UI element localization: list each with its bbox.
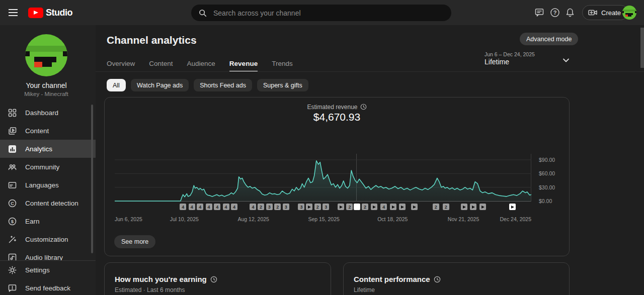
tab-revenue[interactable]: Revenue: [229, 55, 258, 72]
earning-card: How much you're earning Estimated · Last…: [104, 262, 331, 295]
x-tick-label: Nov 21, 2025: [448, 216, 479, 222]
sidebar-item-dashboard[interactable]: Dashboard: [0, 104, 96, 122]
sidebar-scrollbar[interactable]: [91, 105, 93, 253]
sidebar-item-customization[interactable]: Customization: [0, 230, 96, 248]
video-marker[interactable]: 4: [206, 204, 212, 210]
revenue-line-chart[interactable]: [115, 154, 531, 202]
account-avatar[interactable]: [622, 6, 636, 20]
video-marker[interactable]: 4: [180, 204, 186, 210]
search-input[interactable]: [213, 9, 425, 17]
analytics-icon: [8, 144, 17, 154]
tab-content[interactable]: Content: [149, 55, 173, 72]
channel-name: Your channel: [0, 81, 93, 89]
content-performance-title: Content performance: [354, 275, 441, 284]
y-tick-label: $0.00: [539, 198, 552, 204]
sidebar-item-content-detection[interactable]: C Content detection: [0, 194, 96, 212]
video-marker[interactable]: 3: [323, 204, 329, 210]
video-marker[interactable]: [411, 204, 418, 210]
video-marker[interactable]: [461, 204, 467, 210]
sidebar-item-content[interactable]: Content: [0, 122, 96, 140]
feedback-chat-icon[interactable]: [534, 7, 545, 18]
sidebar-item-label: Audio library: [25, 254, 63, 261]
video-marker[interactable]: [338, 204, 344, 210]
video-marker[interactable]: 4: [189, 204, 195, 210]
chip-shorts-feed-ads[interactable]: Shorts Feed ads: [194, 79, 252, 91]
video-marker[interactable]: [306, 204, 312, 210]
minecraft-avatar-face: [25, 34, 67, 76]
sidebar-item-send-feedback[interactable]: Send feedback: [0, 279, 96, 295]
video-marker[interactable]: 4: [250, 204, 256, 210]
sidebar-item-earn[interactable]: $ Earn: [0, 212, 96, 230]
video-marker[interactable]: 2: [443, 204, 449, 210]
sidebar-item-analytics[interactable]: Analytics: [0, 140, 96, 158]
date-mode-text: Lifetime: [485, 58, 509, 66]
video-marker[interactable]: 2: [258, 204, 264, 210]
content-detection-icon: C: [8, 199, 17, 208]
video-marker[interactable]: 2: [274, 204, 281, 210]
page-scrollbar[interactable]: [640, 28, 644, 68]
notifications-bell-icon[interactable]: [565, 7, 576, 18]
youtube-play-icon: [28, 8, 43, 18]
sidebar-item-settings[interactable]: Settings: [0, 261, 96, 279]
advanced-mode-button[interactable]: Advanced mode: [520, 33, 578, 45]
x-tick-label: Sep 15, 2025: [308, 216, 339, 222]
video-marker[interactable]: [390, 204, 396, 210]
content-performance-subtitle: Lifetime: [354, 286, 375, 293]
sidebar-item-languages[interactable]: Languages: [0, 176, 96, 194]
search-bar[interactable]: [191, 5, 451, 21]
video-marker[interactable]: 2: [346, 204, 353, 210]
sidebar-item-community[interactable]: Community: [0, 158, 96, 176]
brand-name: Studio: [46, 8, 72, 18]
settings-gear-icon: [8, 265, 17, 275]
channel-owner: Mikey - Minecraft: [0, 91, 93, 97]
video-marker[interactable]: 4: [214, 204, 220, 210]
audio-library-icon: [8, 253, 17, 261]
sidebar-menu: Dashboard Content Analytics Community La…: [0, 104, 96, 260]
video-marker[interactable]: [354, 204, 360, 210]
video-marker[interactable]: [371, 204, 377, 210]
earn-icon: $: [8, 217, 17, 226]
chip-watch-page-ads[interactable]: Watch Page ads: [131, 79, 189, 91]
help-icon[interactable]: ?: [549, 7, 560, 18]
chip-all[interactable]: All: [107, 79, 126, 91]
date-range-selector[interactable]: Jun 6 – Dec 24, 2025 Lifetime: [483, 50, 571, 69]
tab-trends[interactable]: Trends: [272, 55, 293, 72]
video-marker[interactable]: 2: [433, 204, 439, 210]
studio-logo[interactable]: Studio: [28, 0, 72, 25]
languages-icon: [8, 180, 17, 190]
video-marker[interactable]: [509, 204, 516, 210]
sidebar-item-label: Content: [25, 127, 49, 135]
menu-icon[interactable]: [7, 7, 19, 19]
x-tick-label: Jul 10, 2025: [170, 216, 199, 222]
content-performance-card: Content performance Lifetime: [343, 262, 570, 295]
customization-icon: [8, 235, 17, 244]
tab-audience[interactable]: Audience: [187, 55, 215, 72]
video-marker[interactable]: 3: [298, 204, 304, 210]
x-tick-label: Dec 24, 2025: [500, 216, 531, 222]
tab-overview[interactable]: Overview: [107, 55, 135, 72]
video-marker[interactable]: [399, 204, 406, 210]
video-marker[interactable]: 3: [283, 204, 289, 210]
video-marker[interactable]: 3: [266, 204, 273, 210]
revenue-filter-chips: All Watch Page ads Shorts Feed ads Super…: [107, 79, 308, 91]
sidebar-item-audio-library[interactable]: Audio library: [0, 248, 96, 260]
create-button[interactable]: Create: [582, 5, 628, 20]
top-app-bar: Studio ? Create: [0, 0, 644, 25]
video-marker[interactable]: [479, 204, 486, 210]
sidebar-item-label: Customization: [25, 236, 68, 243]
video-marker[interactable]: 4: [223, 204, 229, 210]
video-marker[interactable]: 4: [231, 204, 237, 210]
x-tick-label: Jun 6, 2025: [115, 216, 142, 222]
video-marker[interactable]: 4: [197, 204, 203, 210]
see-more-button[interactable]: See more: [114, 235, 155, 248]
channel-avatar[interactable]: [25, 34, 67, 76]
sidebar-item-label: Analytics: [25, 145, 52, 153]
video-marker[interactable]: 2: [362, 204, 368, 210]
video-marker[interactable]: [470, 204, 476, 210]
video-marker[interactable]: 4: [380, 204, 387, 210]
y-tick-label: $60.00: [539, 170, 555, 176]
video-marker[interactable]: 2: [314, 204, 321, 210]
chip-supers-gifts[interactable]: Supers & gifts: [257, 79, 308, 91]
chart-title: Estimated revenue: [105, 104, 569, 112]
chevron-down-icon[interactable]: [561, 55, 571, 65]
